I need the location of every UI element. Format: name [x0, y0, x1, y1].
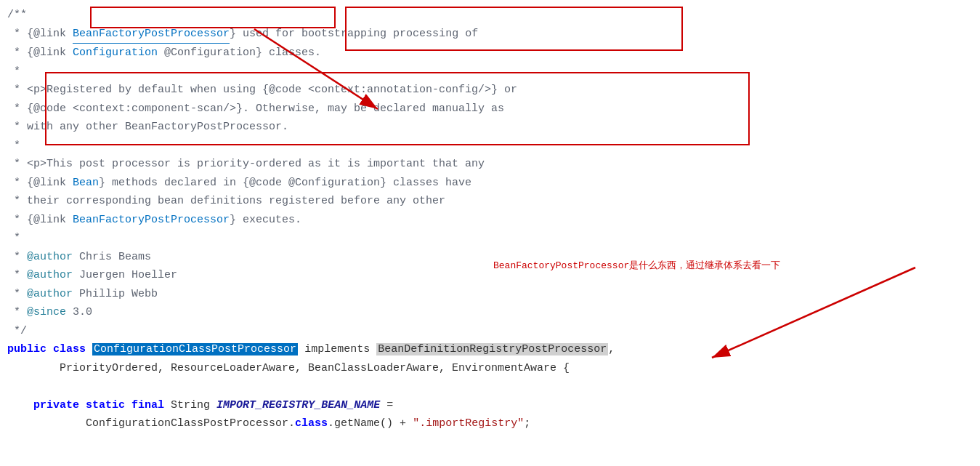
code-line-17: * @since 3.0: [0, 303, 980, 322]
code-text: * {@link: [7, 44, 73, 63]
code-line-4: *: [0, 63, 980, 81]
code-line-6: * {@code <context:component-scan/>}. Oth…: [0, 100, 980, 118]
code-text: PriorityOrdered, ResourceLoaderAware, Be…: [7, 359, 570, 378]
code-text: * their corresponding bean definitions r…: [7, 192, 445, 211]
code-text: public class ConfigurationClassPostProce…: [7, 340, 615, 359]
code-text: */: [7, 322, 27, 341]
code-text: * <p>Registered by default when using {@…: [7, 81, 517, 100]
code-text: private static final String IMPORT_REGIS…: [7, 396, 393, 415]
code-line-22: private static final String IMPORT_REGIS…: [0, 396, 980, 415]
code-line-2: * {@link BeanFactoryPostProcessor} used …: [0, 25, 980, 44]
code-line-18: */: [0, 322, 980, 341]
code-text: /**: [7, 6, 27, 25]
code-text: *: [7, 229, 20, 248]
code-text: * <p>This post processor is priority-ord…: [7, 155, 485, 174]
code-text: ConfigurationClassPostProcessor.class.ge…: [7, 414, 530, 433]
code-line-12: * {@link BeanFactoryPostProcessor} execu…: [0, 211, 980, 230]
code-line-9: * <p>This post processor is priority-ord…: [0, 155, 980, 174]
code-editor: /** * {@link BeanFactoryPostProcessor} u…: [0, 0, 980, 439]
code-text: * with any other BeanFactoryPostProcesso…: [7, 118, 288, 137]
code-line-3: * {@link Configuration @Configuration} c…: [0, 44, 980, 63]
code-line-13: *: [0, 229, 980, 248]
code-text: *: [7, 285, 27, 304]
code-text: * {@code <context:component-scan/>}. Oth…: [7, 100, 504, 118]
code-line-5: * <p>Registered by default when using {@…: [0, 81, 980, 100]
code-line-8: *: [0, 137, 980, 156]
code-text: * {: [7, 25, 33, 44]
code-line-14: * @author Chris Beams: [0, 248, 980, 267]
code-line-10: * {@link Bean} methods declared in {@cod…: [0, 174, 980, 193]
code-text: *: [7, 248, 27, 267]
code-line-1: /**: [0, 6, 980, 25]
code-text: *: [7, 63, 20, 81]
code-text: *: [7, 266, 27, 285]
code-line-23: ConfigurationClassPostProcessor.class.ge…: [0, 414, 980, 433]
code-text: [7, 377, 14, 396]
code-line-7: * with any other BeanFactoryPostProcesso…: [0, 118, 980, 137]
code-line-11: * their corresponding bean definitions r…: [0, 192, 980, 211]
code-line-16: * @author Phillip Webb: [0, 285, 980, 304]
code-line-15: * @author Juergen Hoeller: [0, 266, 980, 285]
code-text: *: [7, 303, 27, 322]
code-text: *: [7, 137, 20, 156]
code-line-21: [0, 377, 980, 396]
code-line-20: PriorityOrdered, ResourceLoaderAware, Be…: [0, 359, 980, 378]
code-line-19: public class ConfigurationClassPostProce…: [0, 340, 980, 359]
code-text: * {@link: [7, 174, 73, 193]
code-text: * {@link: [7, 211, 73, 230]
